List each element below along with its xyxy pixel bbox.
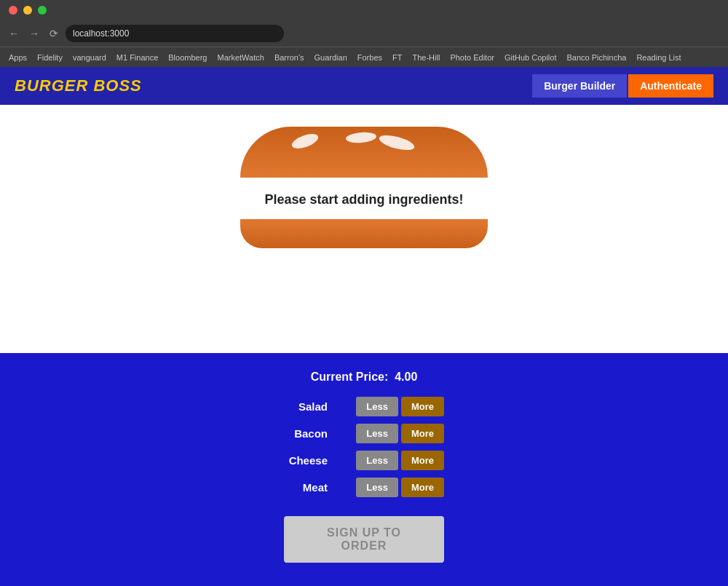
bookmark-barrons[interactable]: Barron's (272, 52, 307, 63)
forward-button[interactable]: → (26, 26, 42, 41)
burger-builder-button[interactable]: Burger Builder (532, 74, 627, 98)
sign-up-to-order-button[interactable]: SIGN UP TO ORDER (284, 516, 444, 563)
less-bacon-button[interactable]: Less (356, 424, 398, 443)
ingredient-label-cheese: Cheese (284, 454, 328, 467)
less-cheese-button[interactable]: Less (356, 451, 398, 470)
ingredient-controls-bacon: LessMore (356, 424, 444, 443)
authenticate-button[interactable]: Authenticate (628, 74, 713, 98)
browser-toolbar: ← → ⟳ localhost:3000 (0, 20, 728, 47)
app-wrapper: BURGER BOSS Burger Builder Authenticate … (0, 67, 728, 586)
bookmark-fidelity[interactable]: Fidelity (34, 52, 66, 63)
url-text: localhost:3000 (73, 28, 129, 39)
less-meat-button[interactable]: Less (356, 478, 398, 497)
bookmark-guardian[interactable]: Guardian (312, 52, 350, 63)
browser-chrome: ← → ⟳ localhost:3000 Apps Fidelity vangu… (0, 0, 728, 67)
bookmark-apps[interactable]: Apps (6, 52, 30, 63)
app-logo: BURGER BOSS (15, 76, 142, 95)
bookmark-forbes[interactable]: Forbes (355, 52, 385, 63)
maximize-button[interactable] (38, 6, 47, 15)
ingredient-row: CheeseLessMore (284, 451, 444, 470)
back-button[interactable]: ← (6, 26, 22, 41)
bun-bottom (240, 219, 488, 248)
main-content: Please start adding ingredients! Current… (0, 105, 728, 586)
more-meat-button[interactable]: More (401, 478, 444, 497)
burger-message: Please start adding ingredients! (264, 192, 463, 207)
price-value: 4.00 (395, 371, 417, 383)
bookmarks-bar: Apps Fidelity vanguard M1 Finance Bloomb… (0, 47, 728, 67)
ingredient-controls-cheese: LessMore (356, 451, 444, 470)
bookmark-githubcopilot[interactable]: GitHub Copilot (502, 52, 560, 63)
minimize-button[interactable] (23, 6, 32, 15)
bookmark-m1[interactable]: M1 Finance (114, 52, 161, 63)
ingredient-rows: SaladLessMoreBaconLessMoreCheeseLessMore… (284, 397, 444, 504)
burger-area: Please start adding ingredients! (0, 105, 728, 353)
ingredient-row: SaladLessMore (284, 397, 444, 416)
bookmark-bancopichincha[interactable]: Banco Pichincha (563, 52, 629, 63)
bookmark-bloomberg[interactable]: Bloomberg (165, 52, 210, 63)
nav-buttons: Burger Builder Authenticate (532, 74, 713, 98)
ingredient-row: MeatLessMore (284, 478, 444, 497)
less-salad-button[interactable]: Less (356, 397, 398, 416)
burger-visual: Please start adding ingredients! (240, 127, 488, 248)
price-label: Current Price: (311, 371, 389, 383)
seed-decoration (378, 132, 416, 153)
bookmark-readinglist[interactable]: Reading List (633, 52, 684, 63)
reload-button[interactable]: ⟳ (47, 26, 61, 41)
bookmark-photoeditor[interactable]: Photo Editor (447, 52, 497, 63)
more-bacon-button[interactable]: More (401, 424, 444, 443)
ingredient-label-meat: Meat (284, 481, 328, 494)
ingredient-row: BaconLessMore (284, 424, 444, 443)
close-button[interactable] (9, 6, 17, 15)
browser-titlebar (0, 0, 728, 20)
current-price: Current Price: 4.00 (311, 371, 418, 384)
ingredient-controls-meat: LessMore (356, 478, 444, 497)
bookmark-marketwatch[interactable]: MarketWatch (214, 52, 266, 63)
ingredient-label-bacon: Bacon (284, 427, 328, 440)
bookmark-ft[interactable]: FT (389, 52, 405, 63)
controls-area: Current Price: 4.00 SaladLessMoreBaconLe… (0, 353, 728, 586)
ingredient-controls-salad: LessMore (356, 397, 444, 416)
more-salad-button[interactable]: More (401, 397, 444, 416)
bookmark-thehill[interactable]: The-Hill (409, 52, 443, 63)
bookmark-vanguard[interactable]: vanguard (70, 52, 109, 63)
bun-top (240, 127, 488, 178)
address-bar[interactable]: localhost:3000 (66, 25, 284, 42)
ingredient-label-salad: Salad (284, 400, 328, 413)
more-cheese-button[interactable]: More (401, 451, 444, 470)
app-nav: BURGER BOSS Burger Builder Authenticate (0, 67, 728, 105)
